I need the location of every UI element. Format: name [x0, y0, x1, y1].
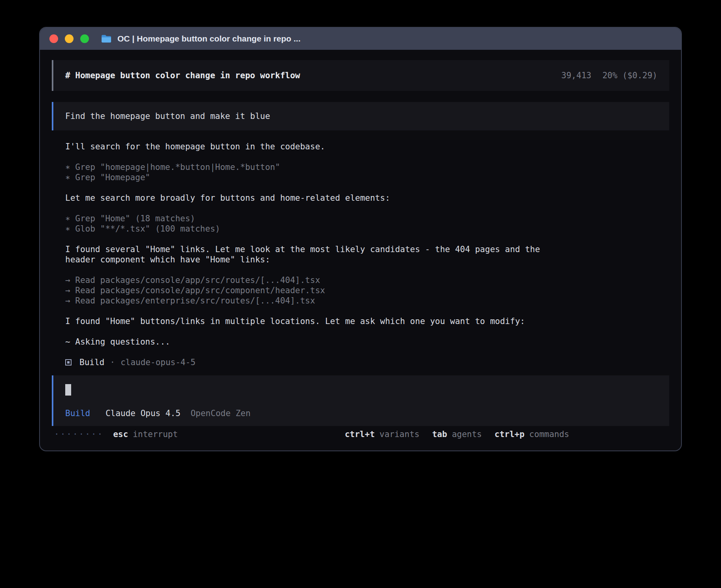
status-bar-left: ········ esc interrupt	[52, 430, 178, 439]
esc-key-hint: esc	[113, 430, 128, 439]
spinner-dots: ········	[54, 430, 104, 439]
terminal-line: ~ Asking questions...	[65, 337, 561, 347]
separator-dot: ·	[110, 357, 115, 368]
esc-hint-label: interrupt	[133, 430, 178, 439]
assistant-text-block: ~ Asking questions...	[65, 337, 561, 347]
tool-call-block: → Read packages/console/app/src/routes/[…	[65, 275, 561, 306]
minimize-button[interactable]	[65, 34, 74, 43]
assistant-output: I'll search for the homepage button in t…	[65, 141, 669, 347]
terminal-line: I found several "Home" links. Let me loo…	[65, 244, 561, 265]
terminal-window: OC | Homepage button color change in rep…	[39, 27, 682, 451]
status-bar-right: ctrl+t variants tab agents ctrl+p comman…	[345, 430, 569, 439]
prompt-input[interactable]: Build Claude Opus 4.5 OpenCode Zen	[52, 375, 669, 426]
conversation: I'll search for the homepage button in t…	[52, 141, 669, 368]
window-title: OC | Homepage button color change in rep…	[117, 34, 300, 43]
provider-name: OpenCode Zen	[191, 409, 251, 418]
session-title: # Homepage button color change in repo w…	[65, 71, 300, 80]
zoom-button[interactable]	[80, 34, 89, 43]
model-name: Claude Opus 4.5	[106, 409, 181, 418]
terminal-line: → Read packages/console/app/src/componen…	[65, 285, 561, 296]
text-cursor	[65, 384, 71, 396]
session-header: # Homepage button color change in repo w…	[52, 60, 669, 91]
terminal-line: ∗ Glob "**/*.tsx" (100 matches)	[65, 224, 561, 234]
mode-label: Build	[65, 409, 90, 418]
agent-name: Build	[79, 357, 104, 368]
session-stats: 39,413 20% ($0.29)	[561, 71, 657, 80]
window-titlebar: OC | Homepage button color change in rep…	[40, 28, 681, 50]
terminal-line: I found "Home" buttons/links in multiple…	[65, 316, 561, 326]
close-button[interactable]	[49, 34, 58, 43]
hint-label: variants	[379, 430, 419, 439]
terminal-line: ∗ Grep "Homepage"	[65, 172, 561, 183]
hint-key: tab	[432, 430, 447, 439]
model-row: Build Claude Opus 4.5 OpenCode Zen	[65, 409, 657, 418]
user-message-text: Find the homepage button and make it blu…	[65, 111, 270, 121]
assistant-text-block: I'll search for the homepage button in t…	[65, 141, 561, 152]
hint-key: ctrl+t	[345, 430, 375, 439]
terminal-content: # Homepage button color change in repo w…	[40, 50, 681, 450]
context-cost: 20% ($0.29)	[602, 71, 657, 80]
terminal-line: Let me search more broadly for buttons a…	[65, 193, 561, 203]
user-message: Find the homepage button and make it blu…	[52, 102, 669, 130]
terminal-line: → Read packages/enterprise/src/routes/[.…	[65, 296, 561, 306]
token-count: 39,413	[561, 71, 591, 80]
hint-agents: tab agents	[432, 430, 482, 439]
status-bar: ········ esc interrupt ctrl+t variants t…	[52, 429, 669, 439]
assistant-text-block: Let me search more broadly for buttons a…	[65, 193, 561, 203]
agent-square-dot-icon	[65, 359, 72, 366]
assistant-text-block: I found several "Home" links. Let me loo…	[65, 244, 561, 265]
terminal-line: ∗ Grep "homepage|home.*button|Home.*butt…	[65, 162, 561, 172]
folder-icon	[101, 34, 112, 43]
tool-call-block: ∗ Grep "homepage|home.*button|Home.*butt…	[65, 162, 561, 183]
hint-variants: ctrl+t variants	[345, 430, 419, 439]
terminal-line: I'll search for the homepage button in t…	[65, 141, 561, 152]
hint-commands: ctrl+p commands	[495, 430, 569, 439]
hint-key: ctrl+p	[495, 430, 525, 439]
tool-call-block: ∗ Grep "Home" (18 matches)∗ Glob "**/*.t…	[65, 213, 561, 234]
hint-label: agents	[452, 430, 482, 439]
agent-model: claude-opus-4-5	[121, 357, 196, 368]
assistant-text-block: I found "Home" buttons/links in multiple…	[65, 316, 561, 326]
terminal-line: → Read packages/console/app/src/routes/[…	[65, 275, 561, 285]
terminal-line: ∗ Grep "Home" (18 matches)	[65, 213, 561, 224]
agent-status-row: Build · claude-opus-4-5	[65, 357, 669, 368]
traffic-lights	[49, 34, 89, 43]
hint-label: commands	[529, 430, 569, 439]
